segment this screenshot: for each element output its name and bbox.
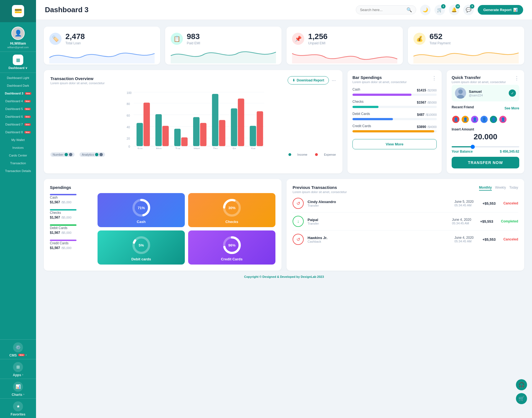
transfer-user-handle: @sam224: [469, 94, 483, 97]
spendings-debit: Debit Cards $1,567 /$5,000: [50, 224, 94, 235]
sidebar-section-apps[interactable]: ⊞ Apps ›: [0, 359, 36, 379]
notification-button[interactable]: 🔔 12: [449, 5, 459, 15]
analytics-toggle[interactable]: Analytics: [80, 152, 105, 157]
svg-rect-28: [181, 137, 188, 146]
number-toggle[interactable]: Number: [50, 152, 75, 157]
view-more-button[interactable]: View More: [352, 139, 437, 149]
spendings-checks-total: /$5,000: [61, 216, 71, 219]
friend-avatar-5[interactable]: 👤: [489, 115, 498, 124]
apps-icon: ⊞: [13, 362, 23, 372]
new-badge: New: [25, 92, 31, 95]
sidebar-section-charts[interactable]: 📊 Charts ›: [0, 379, 36, 398]
transfer-now-button[interactable]: TRANSFER NOW: [452, 157, 519, 168]
spendings-checks: Checks $1,567 /$5,000: [50, 208, 94, 220]
sidebar-dashboard-label: Dashboard ∨: [9, 66, 28, 70]
sidebar-item-transaction[interactable]: Transaction: [0, 159, 36, 167]
sidebar-logo: 💳: [0, 0, 36, 22]
sidebar-item-dashboard-dark[interactable]: Dashboard Dark: [0, 82, 36, 89]
checks-amount: $1567: [417, 101, 426, 104]
sidebar-nav-label: Dashboard Light: [7, 76, 29, 80]
chart-legend: Number Analytics Income Expense: [50, 152, 336, 157]
unpaid-emi-label: Unpaid EMI: [308, 41, 328, 45]
sidebar-item-my-wallet[interactable]: My Wallet: [0, 136, 36, 144]
total-loan-label: Total Loan: [65, 41, 85, 45]
total-payment-label: Total Payment: [429, 41, 451, 45]
bar-spendings-card: Bar Spendings Lorem ipsum dolor sit amet…: [347, 70, 442, 173]
logo-icon[interactable]: 💳: [12, 5, 24, 17]
friend-avatar-6[interactable]: 👤: [499, 115, 507, 124]
cart-float-button[interactable]: 🛒: [516, 393, 527, 404]
more-options-button[interactable]: ···: [332, 78, 336, 83]
svg-text:40: 40: [127, 126, 130, 129]
charts-icon: 📊: [13, 382, 23, 392]
svg-rect-20: [155, 114, 162, 146]
generate-report-button[interactable]: Generate Report 📊: [478, 5, 523, 15]
sidebar-dashboard-toggle[interactable]: ▦ Dashboard ∨: [0, 52, 36, 73]
svg-rect-21: [174, 129, 181, 146]
download-report-button[interactable]: ⬇ Download Report: [288, 76, 329, 84]
donut-card-debit: 5% Debit cards: [98, 230, 185, 265]
recent-friend-label: Recent Friend: [452, 105, 474, 109]
tx-date-cindy: June 5, 2020 05:34:45 AM: [454, 200, 474, 207]
income-label: Income: [297, 153, 307, 156]
income-dot: [288, 153, 291, 156]
svg-rect-23: [212, 94, 218, 146]
tx-icon-cindy: ↺: [293, 198, 304, 209]
tab-today[interactable]: Today: [509, 185, 518, 191]
sidebar-section-cms[interactable]: ⚙️ CMS New ›: [0, 339, 36, 359]
bar-spendings-title: Bar Spendings: [352, 75, 407, 80]
svg-text:5%: 5%: [139, 243, 144, 247]
credit-cards-amount: $3890: [417, 125, 426, 129]
new-badge: New: [24, 123, 30, 126]
checks-donut-chart: 30%: [222, 198, 242, 217]
sidebar-item-dashboard-6[interactable]: Dashboard 6 New: [0, 113, 36, 120]
tx-amount-paipal: +$5,553: [480, 219, 493, 224]
svg-rect-26: [144, 102, 150, 146]
new-badge: New: [24, 131, 30, 134]
transaction-overview-title: Transaction Overview: [50, 76, 105, 81]
sidebar-item-invoices[interactable]: Invoices: [0, 144, 36, 152]
notification-badge: 12: [456, 4, 460, 9]
friend-avatar-2[interactable]: 👤: [461, 115, 469, 124]
search-box[interactable]: 🔍: [356, 5, 416, 14]
tab-weekly[interactable]: Weekly: [495, 185, 506, 191]
transaction-row: ↺ Hawkins Jr. Cashback June 4, 2020 05:3…: [293, 230, 518, 248]
transfer-check-icon: ✓: [509, 89, 516, 97]
sidebar-username: Hi,William: [10, 42, 26, 45]
sidebar-item-dashboard-3[interactable]: Dashboard 3 New: [0, 89, 36, 97]
friend-avatar-1[interactable]: 👤: [452, 115, 460, 124]
sidebar-item-dashboard-light[interactable]: Dashboard Light: [0, 74, 36, 82]
friend-avatar-3[interactable]: 👤: [470, 115, 479, 124]
footer-text: Copyright © Designed & Developed by Dexi…: [244, 275, 324, 278]
spendings-bottom-card: Spendings Cash $1,567 /$5,000 Checks $1,…: [44, 179, 282, 271]
svg-text:96%: 96%: [228, 243, 235, 247]
search-icon: 🔍: [406, 7, 412, 12]
donut-card-cash: 71% Cash: [98, 193, 185, 227]
sidebar-section-favorites[interactable]: ★ Favorites: [0, 398, 36, 418]
search-input[interactable]: [360, 8, 404, 12]
analytics-label: Analytics: [82, 153, 94, 156]
sidebar-item-dashboard-7[interactable]: Dashboard 7 New: [0, 120, 36, 128]
quick-transfer-more-button[interactable]: ⋮: [514, 75, 519, 81]
friend-avatar-4[interactable]: 👤: [480, 115, 488, 124]
sidebar-item-cards-center[interactable]: Cards Center: [0, 152, 36, 159]
chevron-right-icon: ›: [26, 353, 27, 357]
sidebar-item-dashboard-5[interactable]: Dashboard 5 New: [0, 105, 36, 113]
analytics-pip: [95, 153, 98, 156]
sidebar-item-dashboard-8[interactable]: Dashboard 8 New: [0, 128, 36, 136]
chat-button[interactable]: 💬 5: [463, 5, 474, 15]
svg-rect-31: [238, 99, 244, 146]
tab-monthly[interactable]: Monthly: [479, 185, 492, 191]
sidebar-item-transaction-details[interactable]: Transaction Details: [0, 167, 36, 175]
chevron-right-icon: ›: [23, 393, 24, 396]
debit-cards-total: /$10000: [426, 113, 437, 116]
sidebar-item-dashboard-4[interactable]: Dashboard 4 New: [0, 97, 36, 105]
cart-button[interactable]: 🛒 2: [434, 5, 445, 15]
bar-spendings-more-button[interactable]: ⋮: [432, 75, 437, 81]
amount-slider[interactable]: [452, 146, 519, 147]
cash-bar: [352, 94, 411, 96]
see-more-link[interactable]: See More: [505, 106, 519, 110]
svg-rect-19: [137, 123, 143, 146]
dark-mode-toggle[interactable]: 🌙: [420, 5, 431, 15]
support-float-button[interactable]: 🎧: [516, 379, 527, 390]
